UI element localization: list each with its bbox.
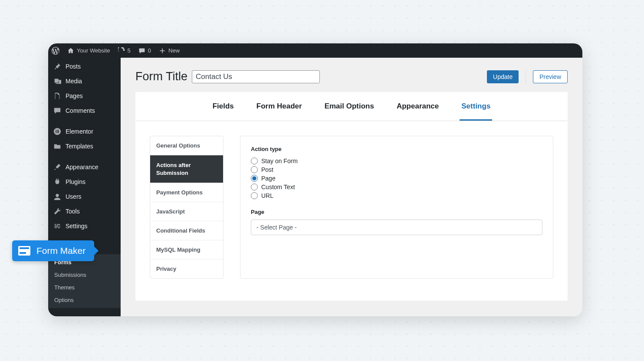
preview-button[interactable]: Preview bbox=[533, 70, 568, 83]
title-actions: Update Preview bbox=[487, 70, 568, 83]
settings-nav-conditional-fields[interactable]: Conditional Fields bbox=[150, 221, 223, 240]
refresh-icon bbox=[118, 47, 125, 54]
radio-input-post[interactable] bbox=[251, 166, 258, 173]
updates-count: 5 bbox=[128, 47, 131, 54]
sidebar-item-elementor[interactable]: Elementor bbox=[48, 124, 121, 139]
plug-icon bbox=[53, 178, 61, 186]
sidebar-submenu: Forms Submissions Themes Options bbox=[48, 254, 121, 308]
site-link[interactable]: Your Website bbox=[67, 47, 110, 54]
wrench-icon bbox=[53, 207, 61, 215]
radio-label: URL bbox=[261, 192, 273, 199]
sidebar-item-comments[interactable]: Comments bbox=[48, 103, 121, 118]
sidebar-item-label: Plugins bbox=[66, 178, 85, 185]
submenu-item-themes[interactable]: Themes bbox=[48, 281, 121, 294]
plus-icon bbox=[159, 47, 166, 54]
radio-input-url[interactable] bbox=[251, 192, 258, 199]
folder-icon bbox=[53, 142, 61, 150]
sidebar-item-label: Comments bbox=[66, 107, 95, 114]
sidebar-item-plugins[interactable]: Plugins bbox=[48, 174, 121, 189]
sidebar-item-appearance[interactable]: Appearance bbox=[48, 160, 121, 174]
submenu-item-options[interactable]: Options bbox=[48, 294, 121, 306]
page-select[interactable]: - Select Page - bbox=[251, 220, 542, 235]
new-label: New bbox=[168, 47, 180, 54]
radio-custom-text[interactable]: Custom Text bbox=[251, 184, 542, 190]
wp-sidebar: Posts Media Pages Comments Elementor T bbox=[48, 58, 121, 316]
form-title-input[interactable] bbox=[192, 70, 320, 83]
tab-fields[interactable]: Fields bbox=[211, 92, 236, 121]
tabbar: Fields Form Header Email Options Appeara… bbox=[136, 92, 567, 121]
settings-nav-privacy[interactable]: Privacy bbox=[150, 259, 223, 278]
wp-admin-bar: Your Website 5 0 New bbox=[48, 43, 582, 58]
radio-label: Custom Text bbox=[261, 184, 295, 190]
panel-card: Fields Form Header Email Options Appeara… bbox=[135, 92, 568, 301]
radio-label: Page bbox=[261, 175, 276, 182]
action-type-radios: Stay on Form Post Page Custom Text URL bbox=[251, 158, 542, 199]
elementor-icon bbox=[53, 128, 61, 135]
form-maker-highlight[interactable]: Form Maker bbox=[12, 240, 94, 261]
comments-link[interactable]: 0 bbox=[138, 47, 151, 54]
tab-settings[interactable]: Settings bbox=[460, 92, 492, 121]
wp-logo[interactable] bbox=[52, 47, 59, 55]
settings-side-nav: General Options Actions after Submission… bbox=[150, 136, 223, 279]
sidebar-item-label: Posts bbox=[66, 63, 81, 70]
sliders-icon bbox=[53, 222, 61, 230]
sidebar-item-posts[interactable]: Posts bbox=[48, 59, 121, 74]
comment-icon bbox=[53, 107, 61, 115]
media-icon bbox=[53, 77, 61, 85]
page-field-label: Page bbox=[251, 209, 542, 215]
brush-icon bbox=[53, 163, 61, 171]
site-name: Your Website bbox=[77, 47, 110, 54]
radio-url[interactable]: URL bbox=[251, 192, 542, 199]
radio-input-page[interactable] bbox=[251, 175, 258, 182]
sidebar-item-users[interactable]: Users bbox=[48, 189, 121, 204]
new-link[interactable]: New bbox=[159, 47, 180, 54]
svg-rect-1 bbox=[56, 130, 56, 133]
radio-post[interactable]: Post bbox=[251, 166, 542, 173]
sidebar-separator bbox=[48, 154, 121, 160]
svg-rect-4 bbox=[57, 132, 59, 133]
sidebar-item-label: Pages bbox=[66, 92, 83, 99]
svg-rect-2 bbox=[57, 130, 59, 131]
tab-form-header[interactable]: Form Header bbox=[255, 92, 304, 121]
settings-panel: Action type Stay on Form Post Page Custo… bbox=[240, 136, 553, 279]
settings-nav-actions-after-submission[interactable]: Actions after Submission bbox=[150, 155, 223, 183]
updates-link[interactable]: 5 bbox=[118, 47, 131, 54]
submenu-item-submissions[interactable]: Submissions bbox=[48, 269, 121, 281]
comment-icon bbox=[138, 47, 145, 54]
settings-nav-payment[interactable]: Payment Options bbox=[150, 183, 223, 202]
radio-label: Stay on Form bbox=[261, 158, 298, 164]
sidebar-item-media[interactable]: Media bbox=[48, 74, 121, 89]
settings-nav-javascript[interactable]: JavaScript bbox=[150, 202, 223, 221]
sidebar-item-tools[interactable]: Tools bbox=[48, 204, 121, 219]
title-row: Form Title Update Preview bbox=[135, 70, 568, 83]
tab-appearance[interactable]: Appearance bbox=[395, 92, 440, 121]
form-maker-icon bbox=[18, 246, 30, 256]
settings-nav-general[interactable]: General Options bbox=[150, 136, 223, 155]
update-button[interactable]: Update bbox=[487, 70, 519, 83]
sidebar-item-label: Settings bbox=[66, 223, 88, 230]
content-area: Form Title Update Preview Fields Form He… bbox=[121, 58, 582, 316]
svg-rect-3 bbox=[57, 131, 59, 132]
user-icon bbox=[53, 193, 61, 200]
sidebar-item-label: Users bbox=[66, 193, 82, 200]
radio-stay-on-form[interactable]: Stay on Form bbox=[251, 158, 542, 164]
pages-icon bbox=[53, 92, 61, 100]
radio-page[interactable]: Page bbox=[251, 175, 542, 182]
wordpress-icon bbox=[52, 47, 59, 55]
tab-email-options[interactable]: Email Options bbox=[323, 92, 376, 121]
sidebar-item-label: Templates bbox=[66, 143, 93, 150]
wp-admin-window: Your Website 5 0 New Posts Media bbox=[48, 43, 582, 316]
form-maker-label: Form Maker bbox=[36, 246, 85, 256]
settings-body: General Options Actions after Submission… bbox=[136, 121, 567, 300]
sidebar-item-label: Tools bbox=[66, 208, 80, 215]
sidebar-item-pages[interactable]: Pages bbox=[48, 89, 121, 103]
sidebar-item-templates[interactable]: Templates bbox=[48, 139, 121, 154]
radio-input-custom-text[interactable] bbox=[251, 184, 258, 190]
pushpin-icon bbox=[53, 62, 61, 70]
radio-input-stay[interactable] bbox=[251, 158, 258, 164]
settings-nav-mysql-mapping[interactable]: MySQL Mapping bbox=[150, 240, 223, 259]
sidebar-item-label: Elementor bbox=[66, 128, 93, 135]
title-left: Form Title bbox=[135, 70, 320, 83]
sidebar-item-settings[interactable]: Settings bbox=[48, 219, 121, 233]
sidebar-item-label: Media bbox=[66, 78, 82, 85]
